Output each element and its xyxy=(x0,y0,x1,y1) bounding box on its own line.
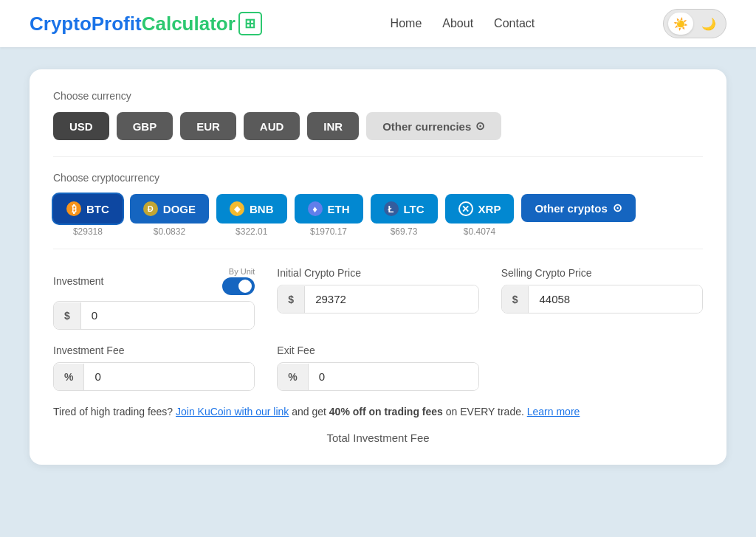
exit-fee-group: Exit Fee % xyxy=(277,344,478,391)
crypto-eth[interactable]: ♦ ETH xyxy=(295,194,363,224)
eth-label: ETH xyxy=(328,203,350,215)
xrp-price: $0.4074 xyxy=(464,226,495,237)
btc-icon: ₿ xyxy=(66,201,81,216)
crypto-doge[interactable]: Ð DOGE xyxy=(130,194,209,224)
investment-fee-input-group: % xyxy=(53,362,255,391)
bnb-icon: ◆ xyxy=(230,201,244,216)
calculator-icon: ⊞ xyxy=(238,12,262,35)
investment-prefix: $ xyxy=(54,302,81,329)
ltc-price: $69.73 xyxy=(391,226,418,237)
selling-price-label: Selling Crypto Price xyxy=(501,267,703,279)
bnb-price: $322.01 xyxy=(236,226,267,237)
investment-group: Investment By Unit $ xyxy=(53,267,255,330)
logo[interactable]: CryptoProfitCalculator⊞ xyxy=(30,12,262,35)
total-investment-fee-label: Total Investment Fee xyxy=(53,432,703,444)
nav-about[interactable]: About xyxy=(442,17,473,30)
toggle-slider xyxy=(222,277,255,295)
exit-fee-input-group: % xyxy=(277,362,478,391)
crypto-other[interactable]: Other cryptos ⊙ xyxy=(521,194,635,222)
by-unit-wrap: By Unit xyxy=(222,267,255,295)
promo-bold: 40% off on trading fees xyxy=(329,406,443,418)
investment-input[interactable] xyxy=(81,302,255,329)
promo-text-3: on EVERY trade. xyxy=(446,406,524,418)
initial-price-group: Initial Crypto Price $ xyxy=(277,267,478,330)
main-content: Choose currency USD GBP EUR AUD INR Othe… xyxy=(0,47,756,537)
investment-label: Investment xyxy=(53,275,103,287)
crypto-btc[interactable]: ₿ BTC xyxy=(53,194,123,224)
initial-price-input[interactable] xyxy=(305,285,478,313)
initial-price-input-group: $ xyxy=(277,285,478,313)
main-nav: Home About Contact xyxy=(391,17,535,30)
other-cryptos-chevron-icon: ⊙ xyxy=(613,201,622,215)
bnb-label: BNB xyxy=(250,203,274,215)
selling-price-input[interactable] xyxy=(529,285,702,313)
initial-price-prefix: $ xyxy=(278,286,305,313)
crypto-xrp[interactable]: ✕ XRP xyxy=(445,194,515,224)
light-mode-button[interactable]: ☀️ xyxy=(668,13,693,35)
theme-toggle: ☀️ 🌙 xyxy=(663,9,726,38)
promo-text: Tired of high trading fees? Join KuCoin … xyxy=(53,404,703,420)
xrp-wrap: ✕ XRP $0.4074 xyxy=(445,194,515,237)
currency-gbp[interactable]: GBP xyxy=(117,112,173,140)
eth-price: $1970.17 xyxy=(310,226,347,237)
other-cryptos-label: Other cryptos xyxy=(535,202,607,215)
investment-fee-prefix: % xyxy=(54,364,84,390)
currency-usd[interactable]: USD xyxy=(53,112,109,140)
currency-aud[interactable]: AUD xyxy=(244,112,300,140)
nav-contact[interactable]: Contact xyxy=(494,17,535,30)
selling-price-input-group: $ xyxy=(501,285,703,313)
exit-fee-input[interactable] xyxy=(309,363,478,390)
learn-more-link[interactable]: Learn more xyxy=(527,406,580,418)
doge-wrap: Ð DOGE $0.0832 xyxy=(130,194,209,237)
investment-fee-input[interactable] xyxy=(84,363,254,390)
divider-1 xyxy=(53,156,703,157)
crypto-bnb[interactable]: ◆ BNB xyxy=(216,194,287,224)
crypto-section: Choose cryptocurrency ₿ BTC $29318 Ð DOG… xyxy=(53,172,703,237)
promo-text-2: and get xyxy=(292,406,326,418)
kucoin-link[interactable]: Join KuCoin with our link xyxy=(176,406,289,418)
by-unit-toggle[interactable] xyxy=(222,277,255,295)
exit-fee-label: Exit Fee xyxy=(277,344,478,356)
form-row-2: Investment Fee % Exit Fee % xyxy=(53,344,703,391)
currency-label: Choose currency xyxy=(53,90,703,102)
investment-header: Investment By Unit xyxy=(53,267,255,295)
crypto-buttons: ₿ BTC $29318 Ð DOGE $0.0832 ◆ BNB xyxy=(53,194,703,237)
empty-col xyxy=(501,344,703,391)
xrp-icon: ✕ xyxy=(458,201,473,216)
eth-icon: ♦ xyxy=(308,201,323,216)
dark-mode-button[interactable]: 🌙 xyxy=(696,13,721,35)
doge-icon: Ð xyxy=(143,201,158,216)
currency-buttons: USD GBP EUR AUD INR Other currencies ⊙ xyxy=(53,112,703,140)
currency-inr[interactable]: INR xyxy=(307,112,359,140)
eth-wrap: ♦ ETH $1970.17 xyxy=(295,194,363,237)
other-currencies-label: Other currencies xyxy=(382,120,471,133)
initial-price-label: Initial Crypto Price xyxy=(277,267,478,279)
currency-eur[interactable]: EUR xyxy=(180,112,236,140)
selling-price-prefix: $ xyxy=(502,286,529,313)
ltc-wrap: Ł LTC $69.73 xyxy=(371,194,438,237)
exit-fee-prefix: % xyxy=(278,364,308,390)
btc-wrap: ₿ BTC $29318 xyxy=(53,194,123,237)
logo-profit: Profit xyxy=(92,13,142,35)
divider-2 xyxy=(53,249,703,249)
xrp-label: XRP xyxy=(478,203,501,215)
logo-calculator-text: Calculator xyxy=(142,13,236,35)
investment-fee-group: Investment Fee % xyxy=(53,344,255,391)
logo-crypto: Crypto xyxy=(30,13,92,35)
promo-text-1: Tired of high trading fees? xyxy=(53,406,173,418)
currency-section: Choose currency USD GBP EUR AUD INR Othe… xyxy=(53,90,703,140)
nav-home[interactable]: Home xyxy=(391,17,422,30)
header: CryptoProfitCalculator⊞ Home About Conta… xyxy=(0,0,756,47)
btc-price: $29318 xyxy=(73,226,103,237)
currency-other[interactable]: Other currencies ⊙ xyxy=(366,112,501,140)
investment-input-group: $ xyxy=(53,301,255,330)
btc-label: BTC xyxy=(86,203,109,215)
bnb-wrap: ◆ BNB $322.01 xyxy=(216,194,287,237)
by-unit-label: By Unit xyxy=(229,267,255,276)
crypto-ltc[interactable]: Ł LTC xyxy=(371,194,438,224)
crypto-label: Choose cryptocurrency xyxy=(53,172,703,184)
ltc-icon: Ł xyxy=(384,201,399,216)
doge-price: $0.0832 xyxy=(154,226,185,237)
form-row-1: Investment By Unit $ Initial Cry xyxy=(53,267,703,330)
investment-fee-label: Investment Fee xyxy=(53,344,255,356)
